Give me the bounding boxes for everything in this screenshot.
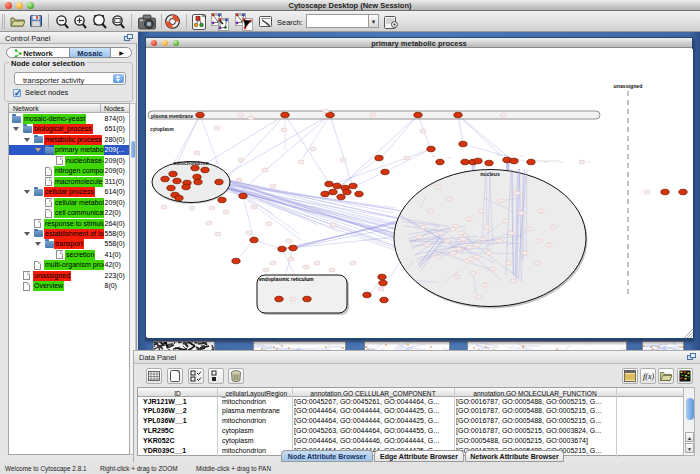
svg-text:f(x): f(x) xyxy=(643,372,654,381)
svg-text:cytoplasm: cytoplasm xyxy=(150,127,174,132)
svg-text:unassigned: unassigned xyxy=(614,83,643,89)
svg-text:mitochondrion: mitochondrion xyxy=(174,160,209,166)
svg-text:endoplasmic reticulum: endoplasmic reticulum xyxy=(259,276,314,282)
svg-text:plasma membrane: plasma membrane xyxy=(151,114,193,119)
